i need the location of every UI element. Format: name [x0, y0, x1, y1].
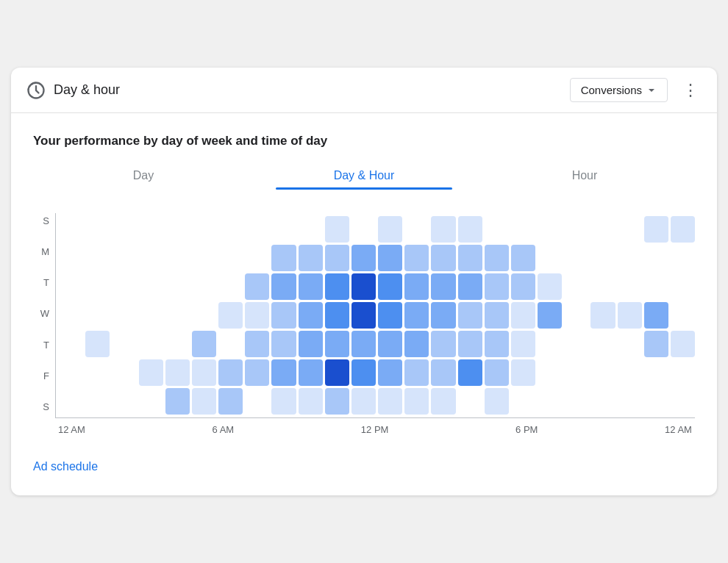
- heatmap-cell: [85, 388, 110, 415]
- heatmap-cell: [538, 273, 562, 300]
- heatmap-cell: [351, 216, 376, 243]
- heatmap-cell: [351, 273, 376, 300]
- heatmap-cell: [431, 245, 455, 271]
- tab-day[interactable]: Day: [33, 169, 254, 190]
- conversions-dropdown[interactable]: Conversions: [570, 78, 668, 102]
- heatmap-cell: [564, 273, 588, 300]
- heatmap-cell: [485, 245, 509, 271]
- heatmap-cell: [218, 216, 243, 243]
- heatmap-cell: [325, 245, 349, 271]
- heatmap-cell: [59, 216, 83, 243]
- x-label-12am-start: 12 AM: [58, 424, 85, 435]
- heatmap-cell: [299, 273, 323, 300]
- heatmap-cell: [618, 273, 642, 300]
- heatmap-cell: [378, 273, 402, 300]
- chart-area: SMTWTFS 12 AM 6 AM 12 PM 6 PM 12 AM: [33, 213, 695, 435]
- card-header: Day & hour Conversions ⋮: [11, 68, 717, 113]
- heatmap-cell: [112, 359, 136, 386]
- heatmap-cell: [671, 388, 695, 415]
- heatmap-cell: [618, 359, 642, 386]
- heatmap-cell: [325, 331, 349, 357]
- heatmap-cell: [590, 302, 615, 329]
- heatmap-cell: [644, 302, 668, 329]
- heatmap-cell: [671, 331, 695, 357]
- y-axis-label: S: [33, 216, 49, 226]
- heatmap-cell: [325, 273, 349, 300]
- heatmap-cell: [458, 331, 482, 357]
- heatmap-cell: [671, 359, 695, 386]
- heatmap-cell: [112, 245, 136, 271]
- grid-wrapper: 12 AM 6 AM 12 PM 6 PM 12 AM: [55, 213, 695, 435]
- heatmap-cell: [511, 273, 535, 300]
- tab-hour[interactable]: Hour: [474, 169, 695, 190]
- heatmap-cell: [85, 302, 110, 329]
- header-title: Day & hour: [54, 82, 120, 98]
- heatmap-cell: [511, 302, 535, 329]
- tab-day-hour[interactable]: Day & Hour: [254, 169, 474, 190]
- heatmap-cell: [485, 273, 509, 300]
- heatmap-cell: [564, 245, 588, 271]
- heatmap-cell: [404, 216, 429, 243]
- heatmap-cell: [351, 359, 376, 386]
- heatmap-cell: [404, 273, 429, 300]
- heatmap-cell: [458, 273, 482, 300]
- heatmap-cell: [485, 388, 509, 415]
- heatmap-cell: [644, 216, 668, 243]
- heatmap-cell: [192, 302, 216, 329]
- heatmap-cell: [671, 216, 695, 243]
- heatmap-cell: [218, 331, 243, 357]
- heatmap-cell: [538, 388, 562, 415]
- heatmap-cell: [245, 359, 269, 386]
- y-axis-label: T: [33, 340, 49, 350]
- card-subtitle: Your performance by day of week and time…: [33, 134, 695, 148]
- heatmap-cell: [671, 245, 695, 271]
- heatmap-cell: [351, 388, 376, 415]
- heatmap-cell: [458, 359, 482, 386]
- more-options-button[interactable]: ⋮: [679, 79, 702, 101]
- x-label-6am: 6 AM: [213, 424, 235, 435]
- heatmap-cell: [644, 331, 668, 357]
- heatmap-cell: [618, 331, 642, 357]
- heatmap-cell: [112, 302, 136, 329]
- y-axis-label: M: [33, 247, 49, 257]
- heatmap-cell: [485, 359, 509, 386]
- heatmap-cell: [564, 331, 588, 357]
- heatmap-cell: [378, 302, 402, 329]
- heatmap-cell: [671, 273, 695, 300]
- heatmap-cell: [299, 388, 323, 415]
- y-axis-label: W: [33, 309, 49, 318]
- heatmap-cell: [644, 388, 668, 415]
- heatmap-cell: [404, 388, 429, 415]
- heatmap-cell: [351, 245, 376, 271]
- heatmap-cell: [165, 273, 190, 300]
- heatmap-cell: [590, 216, 615, 243]
- heatmap-cell: [618, 245, 642, 271]
- heatmap-cell: [538, 331, 562, 357]
- heatmap-cell: [511, 359, 535, 386]
- heatmap-cell: [538, 245, 562, 271]
- heatmap-cell: [564, 302, 588, 329]
- heatmap-cell: [618, 388, 642, 415]
- heatmap-cell: [325, 359, 349, 386]
- heatmap-cell: [458, 388, 482, 415]
- heatmap-cell: [404, 359, 429, 386]
- heatmap-cell: [431, 302, 455, 329]
- heatmap-cell: [485, 302, 509, 329]
- heatmap-cell: [85, 331, 110, 357]
- clock-icon: [26, 80, 46, 101]
- heatmap-cell: [538, 302, 562, 329]
- heatmap-cell: [564, 216, 588, 243]
- heatmap-cell: [218, 359, 243, 386]
- heatmap-cell: [378, 245, 402, 271]
- heatmap-cell: [351, 331, 376, 357]
- heatmap-cell: [85, 216, 110, 243]
- y-axis-label: S: [33, 402, 49, 412]
- heatmap-cell: [192, 273, 216, 300]
- ad-schedule-link[interactable]: Ad schedule: [33, 460, 98, 473]
- heatmap-cell: [165, 216, 190, 243]
- heatmap-cell: [325, 388, 349, 415]
- heatmap-cell: [192, 388, 216, 415]
- heatmap-cell: [112, 331, 136, 357]
- heatmap-cell: [431, 331, 455, 357]
- heatmap-cell: [245, 388, 269, 415]
